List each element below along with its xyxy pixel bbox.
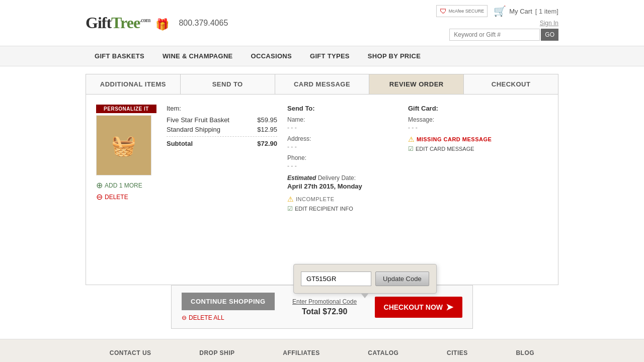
divider <box>167 136 277 137</box>
footer-drop-ship[interactable]: DROP SHIP <box>199 349 234 356</box>
send-to-title: Send To: <box>287 105 398 112</box>
logo-area: GiftTree.com 🎁 800.379.4065 <box>86 14 228 32</box>
message-field-label: Message: <box>408 116 519 123</box>
product-price: $59.95 <box>257 116 277 124</box>
step-send-to[interactable]: SEND TO <box>181 74 275 94</box>
checkbox-icon: ☑ <box>287 205 293 212</box>
logo-text: Gift <box>86 14 111 32</box>
logo-tree: Tree <box>111 14 140 32</box>
phone-value: - - - <box>287 162 398 169</box>
delete-all-icon: ⊖ <box>182 314 187 321</box>
phone-number: 800.379.4065 <box>179 19 228 28</box>
checkout-arrow-icon: ➤ <box>446 302 453 313</box>
order-total: Total $72.90 <box>302 307 347 316</box>
plus-icon: ⊕ <box>96 180 103 190</box>
left-actions: CONTINUE SHOPPING ⊖ DELETE ALL <box>182 293 275 321</box>
delete-all-link[interactable]: ⊖ DELETE ALL <box>182 314 275 321</box>
cart-area[interactable]: 🛒 My Cart [ 1 item] <box>494 5 558 17</box>
search-button[interactable]: GO <box>541 29 558 41</box>
logo[interactable]: GiftTree.com 🎁 <box>86 14 169 32</box>
warning-icon: ⚠ <box>287 195 294 203</box>
mcafee-label: McAfee SECURE <box>449 9 485 14</box>
promo-total-area: Enter Promotional Code Total $72.90 <box>292 298 357 316</box>
missing-warning-icon: ⚠ <box>408 135 415 143</box>
delete-all-label: DELETE ALL <box>189 314 224 321</box>
logo-com: .com <box>140 17 150 24</box>
estimated-delivery: Estimated Delivery Date: April 27th 2015… <box>287 174 398 190</box>
edit-card-link[interactable]: ☑ EDIT CARD MESSAGE <box>408 145 519 152</box>
personalize-badge[interactable]: PERSONALIZE IT <box>96 105 156 113</box>
promo-popup: Update Code <box>293 264 437 294</box>
edit-card-label: EDIT CARD MESSAGE <box>416 146 474 152</box>
edit-recipient-label: EDIT RECIPIENT INFO <box>295 206 353 212</box>
est-date: April 27th 2015, Monday <box>287 183 398 190</box>
item-details-col: Item: Five Star Fruit Basket $59.95 Stan… <box>167 105 277 212</box>
product-emoji: 🧺 <box>111 134 136 157</box>
footer-contact-us[interactable]: CONTACT US <box>110 349 151 356</box>
update-code-button[interactable]: Update Code <box>375 272 429 286</box>
checkout-now-label: CHECKOUT NOW <box>384 303 443 311</box>
edit-card-checkbox-icon: ☑ <box>408 145 414 152</box>
logo-bow: 🎁 <box>155 18 169 31</box>
popup-arrow <box>361 293 369 298</box>
main-nav: GIFT BASKETS WINE & CHAMPAGNE OCCASIONS … <box>0 46 644 66</box>
step-card-message[interactable]: CARD MESSAGE <box>275 74 370 94</box>
shipping-label: Standard Shipping <box>167 126 220 133</box>
site-header: GiftTree.com 🎁 800.379.4065 🛡 McAfee SEC… <box>0 0 644 46</box>
est-label-1: Estimated <box>287 174 316 182</box>
cart-label[interactable]: My Cart <box>509 8 532 15</box>
main-content: PERSONALIZE IT 🧺 ⊕ ADD 1 MORE ⊖ DELETE I… <box>86 94 558 285</box>
add-more-label: ADD 1 MORE <box>105 182 142 189</box>
nav-occasions[interactable]: OCCASIONS <box>242 46 301 66</box>
mcafee-badge: 🛡 McAfee SECURE <box>436 5 488 17</box>
search-input[interactable] <box>449 29 540 41</box>
add-more-link[interactable]: ⊕ ADD 1 MORE <box>96 180 156 190</box>
footer-affiliates[interactable]: AFFILIATES <box>283 349 319 356</box>
bottom-section: Update Code CONTINUE SHOPPING ⊖ DELETE A… <box>86 285 558 329</box>
shipping-price: $12.95 <box>257 126 277 133</box>
product-name-line: Five Star Fruit Basket $59.95 <box>167 116 277 124</box>
nav-gift-baskets[interactable]: GIFT BASKETS <box>86 46 153 66</box>
checkout-steps: ADDITIONAL ITEMS SEND TO CARD MESSAGE RE… <box>86 74 558 94</box>
signin-link[interactable]: Sign In <box>540 19 558 27</box>
est-label-2: Delivery Date: <box>318 174 356 182</box>
product-image-col: PERSONALIZE IT 🧺 ⊕ ADD 1 MORE ⊖ DELETE <box>96 105 156 212</box>
subtotal-price: $72.90 <box>257 140 277 147</box>
est-label: Estimated Delivery Date: <box>287 174 398 182</box>
nav-wine-champagne[interactable]: WINE & CHAMPAGNE <box>153 46 242 66</box>
order-actions: ⊕ ADD 1 MORE ⊖ DELETE <box>96 180 156 202</box>
shield-icon: 🛡 <box>440 7 447 15</box>
step-checkout[interactable]: CHECKOUT <box>464 74 558 94</box>
nav-gift-types[interactable]: GIFT TYPES <box>301 46 359 66</box>
cart-icon: 🛒 <box>494 5 506 17</box>
step-additional-items[interactable]: ADDITIONAL ITEMS <box>86 74 181 94</box>
edit-recipient-link[interactable]: ☑ EDIT RECIPIENT INFO <box>287 205 398 212</box>
cart-count: [ 1 item] <box>535 8 558 15</box>
header-right: 🛡 McAfee SECURE 🛒 My Cart [ 1 item] Sign… <box>436 5 558 41</box>
signin-label[interactable]: Sign In <box>540 20 558 27</box>
product-image: 🧺 <box>96 115 151 175</box>
missing-card-text: MISSING CARD MESSAGE <box>417 136 492 142</box>
step-review-order[interactable]: REVIEW ORDER <box>369 74 464 94</box>
footer-links: CONTACT US DROP SHIP AFFILIATES CATALOG … <box>0 339 644 362</box>
continue-shopping-button[interactable]: CONTINUE SHOPPING <box>182 293 275 310</box>
promo-code-link[interactable]: Enter Promotional Code <box>292 298 357 305</box>
name-label: Name: <box>287 116 398 123</box>
subtotal-label: Subtotal <box>167 140 193 147</box>
footer-blog[interactable]: BLOG <box>516 349 534 356</box>
nav-shop-by-price[interactable]: SHOP BY PRICE <box>359 46 430 66</box>
order-row: PERSONALIZE IT 🧺 ⊕ ADD 1 MORE ⊖ DELETE I… <box>96 105 548 212</box>
address-value: - - - <box>287 143 398 150</box>
phone-label: Phone: <box>287 154 398 161</box>
shipping-line: Standard Shipping $12.95 <box>167 126 277 133</box>
item-label: Item: <box>167 105 277 112</box>
message-value: - - - <box>408 124 519 131</box>
footer-cities[interactable]: CITIES <box>447 349 468 356</box>
delete-link[interactable]: ⊖ DELETE <box>96 192 156 202</box>
footer-catalog[interactable]: CATALOG <box>368 349 398 356</box>
minus-icon: ⊖ <box>96 192 103 202</box>
incomplete-row: ⚠ INCOMPLETE <box>287 195 398 203</box>
promo-code-input[interactable] <box>301 272 371 286</box>
search-area: GO <box>449 29 558 41</box>
checkout-now-button[interactable]: CHECKOUT NOW ➤ <box>375 297 462 318</box>
